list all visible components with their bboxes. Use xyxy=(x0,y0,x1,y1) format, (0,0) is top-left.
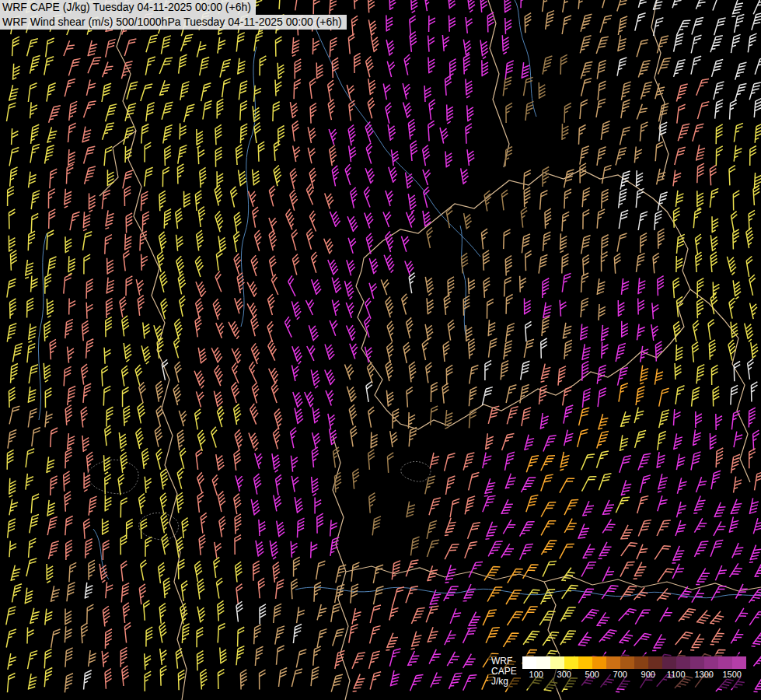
wind-barb xyxy=(274,409,285,430)
wind-barb xyxy=(289,190,301,211)
wind-barb xyxy=(336,563,346,584)
wind-barb xyxy=(581,60,592,81)
wind-barb xyxy=(85,579,94,599)
wind-barb xyxy=(694,516,710,536)
wind-barb xyxy=(579,406,590,427)
wind-barb xyxy=(291,472,302,492)
wind-barb xyxy=(254,449,267,469)
wind-barb xyxy=(716,448,723,468)
wind-barb xyxy=(316,560,326,580)
wind-barb xyxy=(277,645,285,665)
wind-barb xyxy=(30,513,39,534)
wind-barb xyxy=(103,386,110,406)
legend-color-cell xyxy=(718,656,732,669)
wind-barb xyxy=(597,450,609,471)
wind-barb xyxy=(541,473,553,494)
wind-barb xyxy=(450,498,459,518)
wind-barb xyxy=(240,100,247,121)
wind-barb xyxy=(654,16,664,37)
wind-barb xyxy=(200,669,208,689)
wind-barb xyxy=(675,385,685,405)
wind-barb xyxy=(504,229,511,250)
legend-color-cell xyxy=(634,656,648,669)
wind-barb xyxy=(86,77,97,97)
wind-barb xyxy=(287,275,301,296)
wind-barb xyxy=(178,144,187,164)
wind-barb xyxy=(755,471,761,491)
wind-barb xyxy=(69,296,77,315)
wind-barb xyxy=(483,386,493,407)
wind-barb xyxy=(203,100,212,120)
wind-barb xyxy=(272,429,284,450)
wind-barb xyxy=(44,321,51,341)
wind-barb xyxy=(102,366,109,387)
wind-barb xyxy=(673,167,682,187)
wind-barb xyxy=(238,55,247,75)
wind-barb xyxy=(501,497,516,517)
wind-barb xyxy=(317,513,323,534)
legend-color-cell xyxy=(564,656,578,669)
wind-barb xyxy=(581,77,592,98)
wind-barb xyxy=(463,54,470,75)
wind-barb xyxy=(121,666,130,686)
wind-barb xyxy=(421,339,431,360)
wind-barb xyxy=(215,450,225,471)
wind-barb xyxy=(602,189,609,209)
wind-barb xyxy=(28,321,37,344)
wind-barb xyxy=(503,76,511,96)
legend-colorbar xyxy=(522,656,746,669)
wind-barb xyxy=(697,163,704,184)
wind-barb xyxy=(182,518,190,538)
wind-barb xyxy=(29,169,38,188)
wind-barb xyxy=(8,187,14,207)
wind-barb xyxy=(210,427,222,448)
wind-barb xyxy=(599,411,610,432)
wind-barb xyxy=(311,366,323,388)
wind-barb xyxy=(749,609,761,629)
legend-color-cell xyxy=(536,656,550,669)
wind-barb xyxy=(384,231,396,252)
wind-barb xyxy=(368,407,377,428)
wind-barb xyxy=(331,166,341,187)
wind-barb xyxy=(657,34,668,55)
wind-barb xyxy=(102,82,111,103)
wind-barb xyxy=(351,583,358,604)
wind-barb xyxy=(246,298,261,318)
wind-barb xyxy=(294,79,301,100)
wind-barb xyxy=(276,517,286,537)
wind-barb xyxy=(197,651,204,671)
wind-barb xyxy=(83,231,93,251)
wind-barb xyxy=(428,563,440,583)
wind-barb xyxy=(693,493,708,516)
wind-barb xyxy=(525,101,533,121)
wind-barb xyxy=(146,102,155,122)
wind-barb xyxy=(327,80,337,101)
wind-barb xyxy=(521,360,530,380)
wind-barb xyxy=(480,37,490,59)
wind-barb xyxy=(431,670,445,690)
wind-barb xyxy=(714,500,728,520)
wind-barb xyxy=(104,146,112,166)
wind-barb xyxy=(751,382,758,402)
wind-barb xyxy=(252,166,260,185)
wind-barb xyxy=(145,166,153,187)
wind-barb xyxy=(502,32,510,54)
wind-barb xyxy=(637,168,644,187)
wind-barb xyxy=(7,450,13,470)
wind-barb xyxy=(747,359,756,379)
wind-barb xyxy=(102,647,110,667)
wind-barb xyxy=(65,234,72,254)
wind-barb xyxy=(364,208,377,228)
wind-barb xyxy=(520,541,533,562)
wind-barb xyxy=(617,57,627,77)
wind-barb xyxy=(619,606,637,625)
wind-barb xyxy=(159,232,169,253)
wind-barb xyxy=(447,649,463,670)
wind-barb xyxy=(312,429,323,449)
wind-barb xyxy=(483,250,490,271)
wind-barb xyxy=(270,537,280,559)
wind-barb xyxy=(47,561,54,583)
wind-barb xyxy=(273,166,284,187)
wind-barb xyxy=(690,632,707,653)
wind-barb xyxy=(7,102,16,122)
